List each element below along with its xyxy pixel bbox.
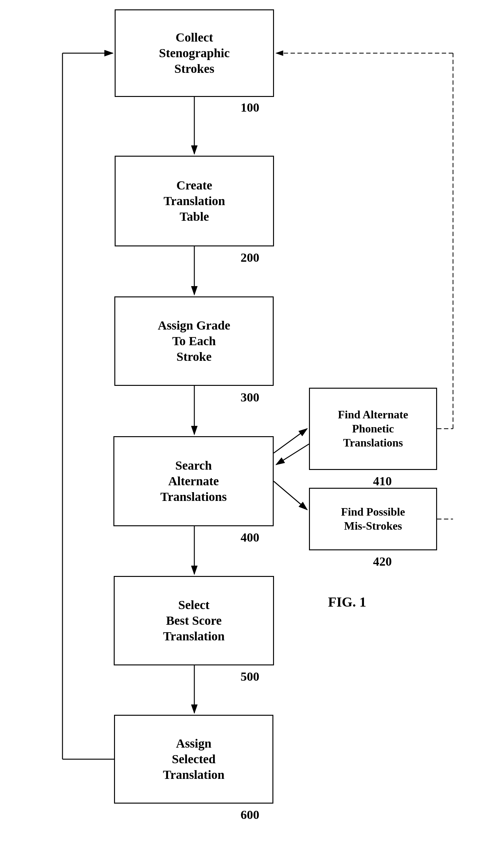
step-number-410: 410 [373, 474, 392, 489]
diagram: Collect Stenographic Strokes 100 Create … [0, 0, 493, 868]
box-search-label: Search Alternate Translations [160, 458, 227, 505]
step-number-420: 420 [373, 554, 392, 569]
fig-label: FIG. 1 [328, 594, 366, 610]
box-collect: Collect Stenographic Strokes [115, 9, 274, 97]
box-find-misstrokes-label: Find Possible Mis-Strokes [341, 505, 405, 533]
box-create-label: Create Translation Table [164, 178, 225, 225]
step-number-200: 200 [240, 250, 259, 265]
step-number-600: 600 [240, 807, 259, 822]
box-assign-selected-label: Assign Selected Translation [163, 736, 224, 783]
box-assign-selected: Assign Selected Translation [114, 715, 273, 804]
box-collect-label: Collect Stenographic Strokes [159, 30, 230, 77]
step-number-500: 500 [240, 669, 259, 684]
box-find-misstrokes: Find Possible Mis-Strokes [309, 488, 437, 550]
box-select: Select Best Score Translation [114, 576, 274, 665]
box-assign-grade: Assign Grade To Each Stroke [114, 296, 274, 386]
step-number-100: 100 [240, 100, 259, 115]
svg-line-7 [274, 429, 307, 453]
step-number-300: 300 [240, 390, 259, 405]
box-find-phonetic: Find Alternate Phonetic Translations [309, 388, 437, 470]
step-number-400: 400 [240, 530, 259, 545]
box-assign-grade-label: Assign Grade To Each Stroke [158, 318, 230, 365]
svg-line-9 [276, 444, 309, 464]
svg-line-8 [274, 481, 307, 510]
box-create: Create Translation Table [115, 156, 274, 246]
box-select-label: Select Best Score Translation [163, 597, 224, 644]
box-search: Search Alternate Translations [113, 436, 274, 526]
box-find-phonetic-label: Find Alternate Phonetic Translations [338, 408, 408, 450]
